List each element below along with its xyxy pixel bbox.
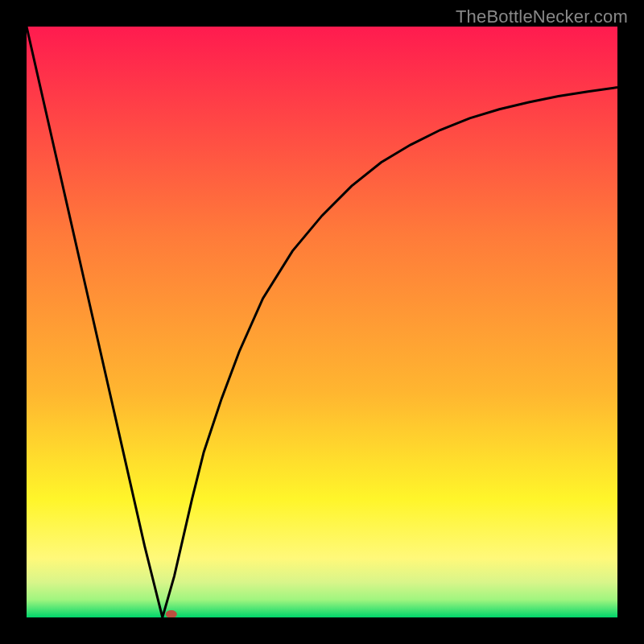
attribution-text: TheBottleNecker.com: [456, 6, 628, 27]
chart-frame: [27, 27, 617, 617]
gradient-background: [27, 27, 617, 617]
bottleneck-chart: [27, 27, 617, 617]
